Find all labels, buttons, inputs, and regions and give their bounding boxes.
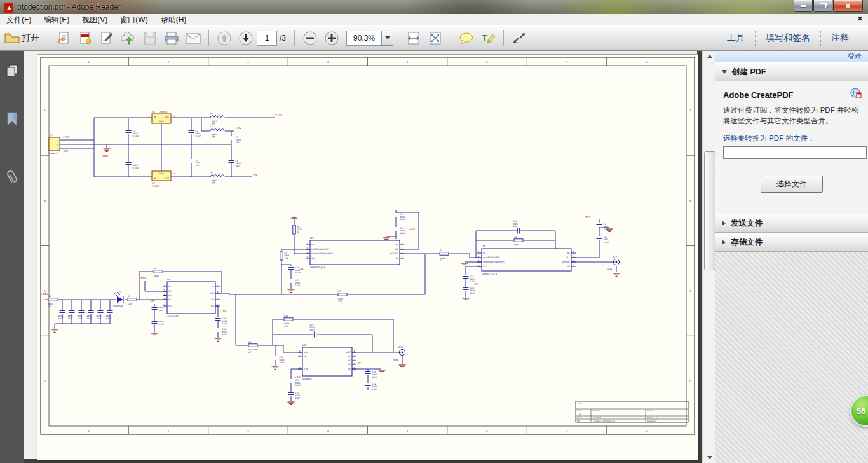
safety-score-value: 56 bbox=[857, 406, 865, 416]
sign-button[interactable] bbox=[97, 29, 116, 48]
svg-text:-5V: -5V bbox=[222, 309, 226, 312]
svg-text:0.1uF: 0.1uF bbox=[106, 317, 112, 320]
svg-text:2: 2 bbox=[164, 297, 165, 300]
menu-file[interactable]: 文件(F) bbox=[0, 14, 37, 26]
next-page-button[interactable] bbox=[236, 29, 255, 48]
menu-edit[interactable]: 编辑(E) bbox=[37, 14, 76, 26]
svg-text:79M05: 79M05 bbox=[152, 185, 159, 188]
open-button[interactable]: 打开 bbox=[4, 29, 42, 48]
vertical-scrollbar[interactable] bbox=[702, 51, 716, 463]
toolbar-right: 工具 填写和签名 注释 bbox=[717, 25, 868, 50]
menu-help[interactable]: 帮助(H) bbox=[154, 14, 193, 26]
svg-text:File: File bbox=[577, 420, 580, 422]
svg-text:NC: NC bbox=[567, 252, 570, 254]
svg-text:8: 8 bbox=[646, 429, 648, 432]
zoom-in-button[interactable] bbox=[322, 29, 341, 48]
zoom-input[interactable] bbox=[346, 31, 382, 46]
restore-button[interactable] bbox=[813, 0, 832, 12]
send-files-section-header[interactable]: 发送文件 bbox=[715, 214, 868, 233]
attachments-button[interactable] bbox=[3, 167, 22, 188]
file-to-convert-input[interactable] bbox=[723, 146, 867, 159]
svg-text:4: 4 bbox=[148, 172, 149, 175]
store-files-section-header[interactable]: 存储文件 bbox=[715, 233, 868, 252]
svg-text:1M: 1M bbox=[48, 305, 51, 308]
scroll-up-icon[interactable] bbox=[703, 51, 716, 62]
hide-toolbar-close-icon[interactable]: ✕ bbox=[857, 15, 863, 23]
svg-text:GND: GND bbox=[159, 172, 164, 175]
svg-text:1: 1 bbox=[57, 139, 58, 142]
reading-mode-icon bbox=[512, 31, 527, 45]
fit-page-icon bbox=[428, 31, 443, 45]
svg-text:50V: 50V bbox=[236, 141, 240, 144]
tools-button[interactable]: 工具 bbox=[717, 31, 755, 46]
svg-text:Drawn By:: Drawn By: bbox=[647, 420, 656, 422]
svg-text:B: B bbox=[44, 199, 46, 202]
svg-text:磁珠: 磁珠 bbox=[211, 135, 215, 138]
svg-text:5: 5 bbox=[407, 429, 409, 432]
svg-text:AC1: AC1 bbox=[613, 256, 617, 258]
svg-text:3: 3 bbox=[57, 148, 58, 151]
svg-text:50V: 50V bbox=[236, 165, 240, 167]
cloud-upload-button[interactable] bbox=[119, 29, 138, 48]
svg-text:磁珠: 磁珠 bbox=[211, 181, 215, 184]
email-button[interactable] bbox=[184, 29, 203, 48]
save-button[interactable] bbox=[140, 29, 159, 48]
svg-text:D: D bbox=[44, 380, 46, 383]
svg-text:SMB: SMB bbox=[607, 268, 613, 271]
menu-window[interactable]: 窗口(W) bbox=[114, 14, 154, 26]
svg-text:IN: IN bbox=[154, 177, 156, 180]
page-thumbnails-button[interactable] bbox=[3, 60, 22, 81]
svg-text:750: 750 bbox=[338, 300, 342, 303]
scrollbar-thumb[interactable] bbox=[704, 151, 715, 270]
sign-in-link[interactable]: 登录 bbox=[848, 52, 862, 61]
previous-page-button[interactable] bbox=[215, 29, 234, 48]
svg-text:0.1uF: 0.1uF bbox=[604, 241, 609, 244]
page-input[interactable] bbox=[257, 31, 277, 46]
zoom-dropdown-icon[interactable] bbox=[382, 31, 393, 46]
svg-text:78M05: 78M05 bbox=[159, 111, 167, 113]
comment-panel-button[interactable]: 注释 bbox=[820, 31, 859, 46]
send-file-button[interactable] bbox=[54, 29, 73, 48]
svg-text:-5V: -5V bbox=[253, 173, 257, 176]
menu-view[interactable]: 视图(V) bbox=[76, 14, 114, 26]
separator bbox=[48, 30, 48, 46]
minimize-button[interactable] bbox=[794, 0, 813, 12]
svg-text:0.33uF: 0.33uF bbox=[133, 135, 140, 137]
close-button[interactable]: ✕ bbox=[833, 0, 863, 12]
fill-sign-button[interactable]: 填写和签名 bbox=[755, 31, 820, 46]
create-pdf-button[interactable] bbox=[76, 29, 95, 48]
svg-text:Size: Size bbox=[577, 410, 581, 412]
svg-text:3: 3 bbox=[247, 60, 249, 64]
svg-text:T: T bbox=[482, 33, 487, 43]
svg-text:-5V: -5V bbox=[356, 361, 361, 364]
highlight-button[interactable]: T bbox=[478, 29, 498, 48]
print-button[interactable] bbox=[162, 29, 181, 48]
reading-mode-button[interactable] bbox=[510, 29, 529, 48]
svg-text:A2: A2 bbox=[579, 413, 581, 415]
svg-text:5: 5 bbox=[164, 289, 165, 291]
svg-text:-VS: -VS bbox=[348, 368, 351, 370]
fit-width-button[interactable] bbox=[404, 29, 423, 48]
svg-text:47: 47 bbox=[248, 351, 251, 354]
select-file-label: 选择要转换为 PDF 的文件： bbox=[723, 134, 860, 143]
svg-text:0.1uF: 0.1uF bbox=[372, 376, 378, 378]
scroll-down-icon[interactable] bbox=[703, 452, 716, 463]
svg-text:NONINVERTINGINPUT: NONINVERTINGINPUT bbox=[483, 261, 505, 263]
svg-text:8: 8 bbox=[217, 291, 219, 293]
svg-text:NC: NC bbox=[395, 257, 398, 259]
attachments-icon bbox=[5, 169, 19, 186]
fit-page-button[interactable] bbox=[426, 29, 445, 48]
zoom-out-button[interactable] bbox=[301, 29, 320, 48]
svg-text:8: 8 bbox=[646, 60, 648, 64]
svg-text:of: of bbox=[656, 417, 659, 419]
bookmarks-button[interactable] bbox=[3, 108, 22, 130]
menu-bar: 文件(F) 编辑(E) 视图(V) 窗口(W) 帮助(H) ✕ bbox=[0, 14, 868, 25]
choose-file-button[interactable]: 选择文件 bbox=[761, 176, 823, 193]
document-view[interactable]: 1122334455667788AABBCCDD+15V+5V-5V+15V-1… bbox=[24, 51, 702, 463]
comment-button[interactable] bbox=[457, 29, 476, 48]
svg-text:IN: IN bbox=[154, 116, 156, 118]
create-pdf-section-header[interactable]: 创建 PDF bbox=[715, 62, 868, 81]
svg-text:JP1: JP1 bbox=[50, 134, 54, 137]
svg-text:0.1uF: 0.1uF bbox=[159, 323, 165, 326]
svg-text:Photo Sen: Photo Sen bbox=[113, 305, 123, 307]
